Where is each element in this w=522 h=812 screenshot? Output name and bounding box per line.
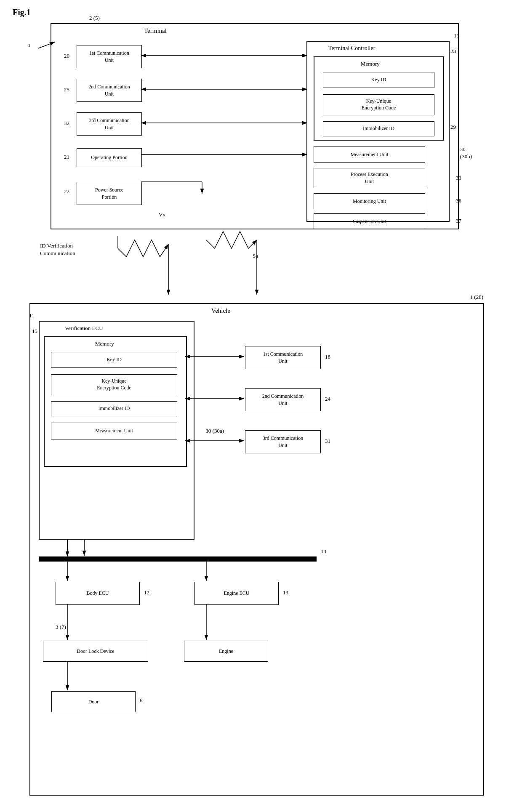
- tc-number: 19: [454, 32, 459, 39]
- door-box: Door: [51, 691, 136, 712]
- num-22: 22: [64, 188, 69, 195]
- unit-1st-comm: 1st Communication Unit: [77, 45, 142, 68]
- memory-label-v: Memory: [95, 341, 114, 347]
- tc-label: Terminal Controller: [328, 45, 375, 52]
- measurement-unit-tc: Measurement Unit: [314, 146, 425, 163]
- terminal-label: Terminal: [144, 27, 167, 35]
- num-32: 32: [64, 120, 69, 127]
- terminal-controller-box: Terminal Controller 19 Memory 23 Key ID …: [306, 41, 450, 222]
- engine-ecu-box: Engine ECU: [194, 582, 279, 605]
- num-29: 29: [450, 124, 456, 130]
- vx-label: Vx: [159, 211, 165, 218]
- unit-2nd-comm: 2nd Communication Unit: [77, 79, 142, 102]
- num-6: 6: [140, 697, 143, 704]
- immobilizer-box-v: Immobilizer ID: [51, 401, 177, 416]
- num-11: 11: [29, 312, 35, 319]
- terminal-number: 2 (5): [89, 15, 100, 21]
- num-33: 33: [456, 175, 461, 181]
- unit-power: Power Source Portion: [77, 182, 142, 205]
- unit-3rd-comm: 3rd Communication Unit: [77, 112, 142, 136]
- suspension-unit-tc: Suspension Unit: [314, 213, 425, 229]
- monitoring-unit-tc: Monitoring Unit: [314, 193, 425, 209]
- vecu-box: Verification ECU 11 Memory 15 Key ID Key…: [39, 321, 194, 540]
- keyunique-box-v: Key-Unique Encryption Code: [51, 374, 177, 395]
- bus-bar: [39, 556, 317, 562]
- keyid-box-tc: Key ID: [323, 72, 434, 88]
- num-21: 21: [64, 154, 69, 160]
- vehicle-box: Vehicle 1 (28) Verification ECU 11 Memor…: [29, 303, 484, 796]
- num-37: 37: [456, 218, 461, 224]
- terminal-box: Terminal 2 (5) 1st Communication Unit 20…: [51, 23, 459, 229]
- id-verification-label: ID Verification Communication: [40, 242, 75, 257]
- door-lock-box: Door Lock Device: [43, 641, 148, 662]
- fig-title: Fig.1: [13, 8, 31, 17]
- body-ecu-box: Body ECU: [56, 582, 140, 605]
- num-18: 18: [325, 354, 330, 360]
- sa-label: Sa: [253, 253, 258, 259]
- vecu-label: Verification ECU: [65, 325, 103, 332]
- num-12: 12: [144, 589, 149, 596]
- num-31: 31: [325, 438, 330, 445]
- vehicle-label: Vehicle: [211, 307, 230, 314]
- comm2-vehicle: 2nd Communication Unit: [245, 388, 321, 411]
- num-36: 36: [456, 197, 461, 204]
- num-30b: 30 (30b): [460, 146, 472, 160]
- num-24: 24: [325, 396, 330, 402]
- bus-number: 14: [321, 548, 326, 555]
- ref-4: 4: [27, 42, 30, 49]
- engine-box: Engine: [184, 641, 268, 662]
- ref-3-7: 3 (7): [56, 624, 66, 631]
- keyunique-box-tc: Key-Unique Encryption Code: [323, 94, 434, 115]
- memory-box-v: Memory 15 Key ID Key-Unique Encryption C…: [44, 336, 187, 467]
- num-20: 20: [64, 53, 69, 59]
- memory-box-tc: Memory 23 Key ID Key-Unique Encryption C…: [314, 56, 444, 141]
- immobilizer-box-tc: Immobilizer ID: [323, 121, 434, 136]
- num-30a: 30 (30a): [205, 428, 224, 434]
- num-25: 25: [64, 86, 69, 93]
- num-15: 15: [32, 328, 37, 335]
- process-exec-unit-tc: Process Execution Unit: [314, 168, 425, 188]
- keyid-box-v: Key ID: [51, 352, 177, 368]
- num-13: 13: [283, 589, 288, 596]
- memory-tc-number: 23: [450, 48, 456, 55]
- unit-operating: Operating Portion: [77, 148, 142, 167]
- comm1-vehicle: 1st Communication Unit: [245, 346, 321, 369]
- memory-label-tc: Memory: [361, 61, 380, 67]
- measurement-unit-v: Measurement Unit: [51, 423, 177, 439]
- comm3-vehicle: 3rd Communication Unit: [245, 430, 321, 453]
- vehicle-number: 1 (28): [470, 294, 483, 301]
